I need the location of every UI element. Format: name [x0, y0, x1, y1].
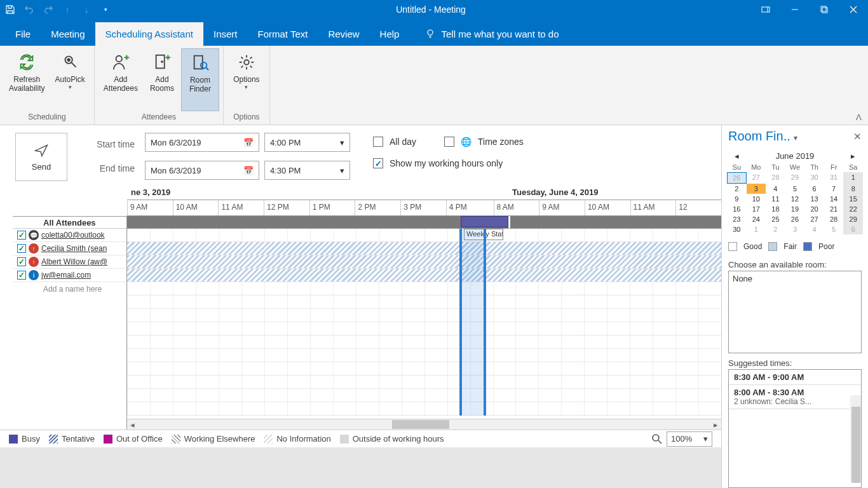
add-rooms-button[interactable]: Add Rooms [143, 48, 181, 111]
tab-help[interactable]: Help [370, 22, 410, 46]
calendar-day[interactable]: 24 [747, 214, 766, 224]
calendar-day[interactable]: 23 [727, 214, 747, 224]
freebusy-grid[interactable]: ne 3, 2019 Tuesday, June 4, 2019 9 AM10 … [127, 186, 721, 430]
time-zones-checkbox[interactable] [444, 137, 454, 147]
calendar-day[interactable]: 1 [747, 224, 766, 234]
calendar-day[interactable]: 10 [747, 194, 766, 204]
calendar-day[interactable]: 20 [804, 204, 824, 214]
calendar-day[interactable]: 2 [727, 184, 747, 194]
calendar-day[interactable]: 29 [785, 172, 805, 184]
working-hours-checkbox[interactable] [373, 158, 383, 168]
suggested-time-item[interactable]: 8:00 AM - 8:30 AM2 unknown: Cecilia S... [729, 385, 861, 409]
tell-me-search[interactable]: Tell me what you want to do [417, 22, 566, 46]
add-attendees-button[interactable]: Add Attendees [98, 48, 143, 111]
calendar-day[interactable]: 22 [843, 204, 863, 214]
tab-insert[interactable]: Insert [203, 22, 248, 46]
calendar-day[interactable]: 5 [785, 184, 805, 194]
attendee-checkbox[interactable] [17, 244, 26, 253]
calendar-day[interactable]: 13 [804, 194, 824, 204]
attendee-row[interactable]: ↑ Albert Willow (aw@ [13, 255, 126, 269]
attendee-row[interactable]: 💬 coletta00@outlook [13, 229, 126, 242]
attendee-checkbox[interactable] [17, 271, 26, 280]
scroll-left-icon[interactable]: ◂ [127, 420, 138, 430]
send-button[interactable]: Send [15, 133, 67, 181]
calendar-day[interactable]: 9 [727, 194, 747, 204]
minimize-button[interactable] [780, 0, 810, 19]
up-arrow-icon[interactable]: ↑ [62, 4, 72, 15]
calendar-day[interactable]: 29 [843, 214, 863, 224]
calendar-day[interactable]: 4 [804, 224, 824, 234]
zoom-select[interactable]: 100%▾ [667, 431, 712, 447]
calendar-day[interactable]: 25 [766, 214, 785, 224]
add-attendee-input[interactable]: Add a name here [13, 282, 126, 295]
calendar-day[interactable]: 5 [824, 224, 844, 234]
options-button[interactable]: Options ▾ [227, 48, 266, 111]
save-icon[interactable] [5, 4, 15, 15]
collapse-ribbon-icon[interactable]: ᐱ [856, 112, 862, 122]
calendar-day[interactable]: 14 [824, 194, 844, 204]
chevron-down-icon[interactable]: ▾ [794, 133, 797, 142]
close-button[interactable] [839, 0, 868, 19]
calendar-day[interactable]: 2 [766, 224, 785, 234]
attendee-checkbox[interactable] [17, 257, 26, 266]
close-icon[interactable]: ✕ [853, 131, 862, 142]
room-finder-button[interactable]: Room Finder [181, 48, 219, 111]
calendar-day[interactable]: 18 [766, 204, 785, 214]
end-date-input[interactable]: Mon 6/3/2019📅 [145, 161, 259, 180]
end-time-input[interactable]: 4:30 PM▾ [264, 161, 350, 180]
calendar-day[interactable]: 12 [785, 194, 805, 204]
autopick-button[interactable]: AutoPick ▾ [50, 48, 90, 111]
calendar-day[interactable]: 21 [824, 204, 844, 214]
calendar-day[interactable]: 30 [804, 172, 824, 184]
calendar-day[interactable]: 6 [804, 184, 824, 194]
calendar-day[interactable]: 27 [804, 214, 824, 224]
attendee-checkbox[interactable] [17, 231, 26, 240]
maximize-button[interactable] [810, 0, 839, 19]
calendar-day[interactable]: 3 [785, 224, 805, 234]
calendar-day[interactable]: 28 [824, 214, 844, 224]
qat-customize-icon[interactable]: ▾ [100, 4, 111, 15]
calendar-day[interactable]: 11 [766, 194, 785, 204]
calendar-day[interactable]: 30 [727, 224, 747, 234]
start-date-input[interactable]: Mon 6/3/2019📅 [145, 133, 259, 152]
room-list[interactable]: None [728, 271, 862, 353]
tab-scheduling-assistant[interactable]: Scheduling Assistant [95, 22, 203, 46]
calendar-day[interactable]: 16 [727, 204, 747, 214]
calendar-day[interactable]: 15 [843, 194, 863, 204]
next-month-icon[interactable]: ▸ [851, 151, 855, 161]
scrollbar-thumb[interactable] [851, 407, 860, 483]
horizontal-scrollbar[interactable]: ◂ ▸ [127, 419, 721, 430]
undo-icon[interactable] [24, 4, 34, 15]
redo-icon[interactable] [43, 4, 53, 15]
vertical-scrollbar[interactable] [850, 395, 861, 481]
calendar-day[interactable]: 26 [785, 214, 805, 224]
calendar-day[interactable]: 4 [766, 184, 785, 194]
calendar-day[interactable]: 31 [824, 172, 844, 184]
calendar-day[interactable]: 1 [843, 172, 863, 184]
calendar-day[interactable]: 7 [824, 184, 844, 194]
attendee-row[interactable]: ↑ Cecilia Smith (sean [13, 242, 126, 255]
calendar-day[interactable]: 8 [843, 184, 863, 194]
calendar-day[interactable]: 26 [727, 172, 747, 184]
attendee-row[interactable]: i jw@email.com [13, 269, 126, 282]
tab-file[interactable]: File [5, 22, 41, 46]
scrollbar-thumb[interactable] [392, 420, 449, 429]
refresh-availability-button[interactable]: Refresh Availability [4, 48, 50, 111]
calendar-day[interactable]: 6 [843, 224, 863, 234]
tab-format-text[interactable]: Format Text [247, 22, 318, 46]
suggested-time-item[interactable]: 8:30 AM - 9:00 AM [729, 370, 861, 385]
start-time-input[interactable]: 4:00 PM▾ [264, 133, 350, 152]
down-arrow-icon[interactable]: ↓ [81, 4, 92, 15]
calendar-day[interactable]: 3 [747, 184, 766, 194]
calendar-day[interactable]: 19 [785, 204, 805, 214]
prev-month-icon[interactable]: ◂ [735, 151, 739, 161]
tab-review[interactable]: Review [318, 22, 369, 46]
scroll-right-icon[interactable]: ▸ [710, 420, 721, 430]
calendar-day[interactable]: 28 [766, 172, 785, 184]
calendar-day[interactable]: 17 [747, 204, 766, 214]
ribbon-display-options-icon[interactable] [751, 0, 780, 19]
search-icon[interactable] [651, 433, 663, 445]
all-day-checkbox[interactable] [373, 137, 383, 147]
tab-meeting[interactable]: Meeting [41, 22, 95, 46]
calendar-day[interactable]: 27 [747, 172, 766, 184]
